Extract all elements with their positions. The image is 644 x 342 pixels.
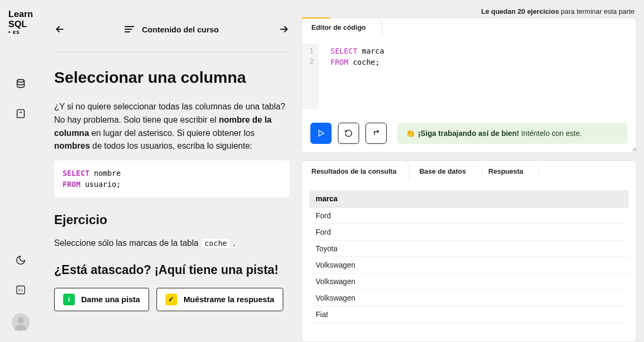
- share-icon: [372, 129, 380, 138]
- logo-line1: Learn: [8, 10, 33, 20]
- svg-rect-1: [17, 110, 24, 118]
- table-row: Toyota: [309, 241, 629, 257]
- table-row: Volkswagen: [309, 273, 629, 290]
- code-select-rest: marca: [358, 47, 385, 55]
- table-cell: Volkswagen: [309, 273, 629, 290]
- run-button[interactable]: [310, 123, 332, 144]
- feedback-banner: 👏 ¡Siga trabajando así de bien! Inténtel…: [397, 123, 628, 144]
- table-cell: Volkswagen: [309, 257, 629, 273]
- intro-part-c: en lugar del asterisco. Si quiere obtene…: [89, 129, 255, 138]
- intro-bold-2: nombres: [54, 141, 90, 150]
- dark-mode-icon[interactable]: [14, 254, 27, 267]
- hint-icon: i: [63, 294, 75, 305]
- tab-answer[interactable]: Respuesta: [479, 161, 536, 181]
- example-select-ident: nombre: [90, 169, 121, 177]
- reset-button[interactable]: [338, 123, 359, 144]
- prev-arrow-icon[interactable]: [54, 23, 66, 35]
- answer-icon: ✓: [166, 294, 177, 305]
- table-row: Volkswagen: [309, 290, 629, 306]
- logo[interactable]: Learn SQL • es: [8, 10, 33, 35]
- play-icon: [317, 129, 325, 138]
- code-from-rest: coche;: [349, 58, 380, 66]
- table-row: Ford: [309, 224, 629, 241]
- table-cell: Volkswagen: [309, 290, 629, 306]
- lesson-intro: ¿Y si no quiere seleccionar todas las co…: [54, 100, 290, 153]
- exercise-inline-code: coche: [201, 238, 231, 249]
- results-table: marca FordFordToyotaVolkswagenVolkswagen…: [309, 190, 629, 323]
- progress-bold: Le quedan 20 ejercicios: [481, 7, 559, 15]
- exercise-heading: Ejercicio: [54, 212, 290, 227]
- svg-text:F1: F1: [19, 288, 23, 292]
- results-card: Resultados de la consulta Base de datos …: [301, 160, 637, 342]
- tab-database[interactable]: Base de datos: [410, 161, 478, 181]
- table-row: Ford: [309, 208, 629, 224]
- reset-icon: [344, 129, 353, 138]
- table-cell: Ford: [309, 224, 629, 241]
- left-rail: Learn SQL • es F1: [0, 0, 41, 342]
- progress-rest: para terminar esta parte: [559, 7, 634, 15]
- avatar[interactable]: [12, 313, 30, 331]
- table-cell: Fiat: [309, 306, 629, 323]
- intro-part-e: de todos los usuarios, escriba lo siguie…: [90, 141, 253, 150]
- hint-button[interactable]: i Dame una pista: [54, 288, 149, 311]
- hint-row: i Dame una pista ✓ Muéstrame la respuest…: [54, 288, 290, 311]
- editor-card: Editor de código 1 2 SELECT marca FROM c…: [301, 18, 637, 153]
- table-row: Fiat: [309, 306, 629, 323]
- share-button[interactable]: [365, 123, 387, 144]
- notes-icon[interactable]: [14, 107, 27, 120]
- example-from-ident: usuario;: [81, 180, 121, 189]
- example-from-kw: FROM: [63, 180, 81, 189]
- show-answer-button[interactable]: ✓ Muéstrame la respuesta: [156, 288, 283, 311]
- editor-controls: 👏 ¡Siga trabajando así de bien! Inténtel…: [302, 115, 636, 152]
- table-cell: Toyota: [309, 241, 629, 257]
- editor-tab[interactable]: Editor de código: [301, 18, 382, 36]
- hint-button-label: Dame una pista: [81, 295, 140, 304]
- right-area: Le quedan 20 ejercicios para terminar es…: [301, 0, 644, 342]
- results-header: marca: [309, 190, 629, 208]
- next-arrow-icon[interactable]: [278, 23, 290, 35]
- code-select-kw: SELECT: [330, 47, 358, 55]
- example-select-kw: SELECT: [63, 169, 90, 177]
- answer-button-label: Muéstrame la respuesta: [184, 295, 274, 304]
- feedback-rest: Inténtelo con este.: [519, 129, 582, 138]
- menu-icon: [125, 25, 134, 33]
- lesson-nav: Contenido del curso: [54, 0, 290, 53]
- gutter-line-2: 2: [302, 56, 314, 67]
- progress-text: Le quedan 20 ejercicios para terminar es…: [301, 7, 637, 15]
- table-cell: Ford: [309, 208, 629, 224]
- results-body[interactable]: marca FordFordToyotaVolkswagenVolkswagen…: [302, 181, 636, 341]
- feedback-bold: ¡Siga trabajando así de bien!: [418, 129, 519, 138]
- gutter-line-1: 1: [302, 46, 314, 56]
- lesson-title: Seleccionar una columna: [54, 69, 290, 87]
- svg-point-5: [18, 317, 24, 323]
- exercise-text-b: .: [231, 238, 236, 247]
- code-textarea[interactable]: SELECT marca FROM coche;: [319, 44, 384, 109]
- help-f1-icon[interactable]: F1: [14, 284, 27, 296]
- lesson-panel: Contenido del curso Seleccionar una colu…: [41, 0, 301, 342]
- clap-icon: 👏: [406, 129, 415, 138]
- example-code-block: SELECT nombre FROM usuario;: [54, 160, 290, 198]
- course-contents-button[interactable]: Contenido del curso: [125, 25, 219, 34]
- table-row: Volkswagen: [309, 257, 629, 273]
- database-icon[interactable]: [14, 78, 27, 90]
- results-tabs: Resultados de la consulta Base de datos …: [302, 161, 636, 181]
- logo-locale: • es: [8, 29, 33, 35]
- hint-heading: ¿Está atascado? ¡Aquí tiene una pista!: [54, 263, 290, 277]
- svg-marker-9: [319, 131, 324, 136]
- logo-line2: SQL: [8, 20, 33, 30]
- course-contents-label: Contenido del curso: [142, 25, 219, 34]
- exercise-text-a: Seleccione sólo las marcas de la tabla: [54, 238, 201, 247]
- code-from-kw: FROM: [330, 58, 349, 66]
- editor-gutter: 1 2: [302, 44, 319, 109]
- exercise-text: Seleccione sólo las marcas de la tabla c…: [54, 237, 290, 250]
- tab-results[interactable]: Resultados de la consulta: [301, 160, 410, 181]
- svg-point-0: [17, 80, 24, 82]
